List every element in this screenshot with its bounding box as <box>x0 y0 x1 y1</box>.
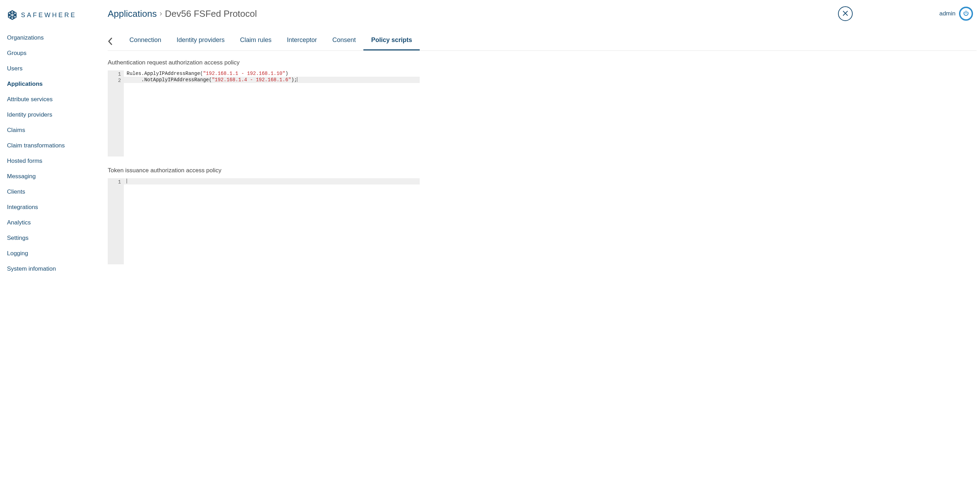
breadcrumb: Applications › Dev56 FSFed Protocol <box>108 8 257 19</box>
section-title-auth: Authentication request authorization acc… <box>108 59 977 66</box>
sidebar-item-settings[interactable]: Settings <box>0 230 102 246</box>
chevron-right-icon: › <box>159 9 162 18</box>
sidebar-item-integrations[interactable]: Integrations <box>0 200 102 215</box>
code-body[interactable]: Rules.ApplyIPAddressRange("192.168.1.1 -… <box>124 70 420 157</box>
tab-consent[interactable]: Consent <box>325 34 363 50</box>
sidebar-item-system-infomation[interactable]: System infomation <box>0 261 102 276</box>
sidebar-item-analytics[interactable]: Analytics <box>0 215 102 230</box>
code-line[interactable] <box>124 178 420 185</box>
sidebar-item-claim-transformations[interactable]: Claim transformations <box>0 138 102 153</box>
tab-claim-rules[interactable]: Claim rules <box>232 34 279 50</box>
sidebar-item-claims[interactable]: Claims <box>0 123 102 138</box>
gutter-line: 1 <box>108 71 121 77</box>
tab-identity-providers[interactable]: Identity providers <box>169 34 232 50</box>
sidebar-item-applications[interactable]: Applications <box>0 76 102 92</box>
close-icon <box>843 11 848 17</box>
gutter-line: 1 <box>108 179 121 185</box>
code-gutter: 1 <box>108 178 124 264</box>
gutter-line: 2 <box>108 77 121 84</box>
sidebar-item-messaging[interactable]: Messaging <box>0 169 102 184</box>
tab-bar: Connection Identity providers Claim rule… <box>108 34 977 51</box>
code-gutter: 1 2 <box>108 70 124 157</box>
sidebar-item-hosted-forms[interactable]: Hosted forms <box>0 153 102 169</box>
sidebar: SAFEWHERE Organizations Groups Users App… <box>0 0 102 500</box>
svg-line-9 <box>9 13 10 14</box>
tab-connection[interactable]: Connection <box>122 34 169 50</box>
code-string: "192.168.1.4 - 192.168.1.6" <box>212 77 291 83</box>
code-token: .NotApplyIPAddressRange( <box>127 77 212 83</box>
brand-logo[interactable]: SAFEWHERE <box>0 6 102 30</box>
close-button[interactable] <box>838 6 853 21</box>
code-editor-auth[interactable]: 1 2 Rules.ApplyIPAddressRange("192.168.1… <box>108 70 420 157</box>
text-caret <box>127 179 127 184</box>
tab-policy-scripts[interactable]: Policy scripts <box>363 34 420 50</box>
sidebar-item-logging[interactable]: Logging <box>0 246 102 261</box>
sidebar-item-identity-providers[interactable]: Identity providers <box>0 107 102 123</box>
power-icon <box>963 10 969 18</box>
main-content: Applications › Dev56 FSFed Protocol admi… <box>102 0 980 500</box>
code-line[interactable]: Rules.ApplyIPAddressRange("192.168.1.1 -… <box>124 70 420 77</box>
back-button[interactable] <box>108 37 122 48</box>
tab-interceptor[interactable]: Interceptor <box>279 34 325 50</box>
sidebar-item-organizations[interactable]: Organizations <box>0 30 102 46</box>
breadcrumb-current: Dev56 FSFed Protocol <box>165 8 257 19</box>
sidebar-item-clients[interactable]: Clients <box>0 184 102 200</box>
section-auth-request-policy: Authentication request authorization acc… <box>108 59 977 157</box>
code-editor-token[interactable]: 1 <box>108 178 420 264</box>
nav-list: Organizations Groups Users Applications … <box>0 30 102 276</box>
code-token: ) <box>285 71 288 76</box>
brand-name: SAFEWHERE <box>21 11 76 19</box>
code-token: ); <box>291 77 297 83</box>
code-line[interactable]: .NotApplyIPAddressRange("192.168.1.4 - 1… <box>124 77 420 83</box>
svg-line-13 <box>9 17 10 18</box>
sidebar-item-groups[interactable]: Groups <box>0 46 102 61</box>
breadcrumb-root[interactable]: Applications <box>108 8 157 19</box>
sidebar-item-users[interactable]: Users <box>0 61 102 76</box>
code-string: "192.168.1.1 - 192.168.1.10" <box>203 71 285 76</box>
chevron-left-icon <box>108 37 113 47</box>
snowflake-icon <box>7 10 18 20</box>
section-token-issuance-policy: Token issuance authorization access poli… <box>108 167 977 264</box>
sidebar-item-attribute-services[interactable]: Attribute services <box>0 92 102 107</box>
code-token: Rules.ApplyIPAddressRange( <box>127 71 203 76</box>
section-title-token: Token issuance authorization access poli… <box>108 167 977 174</box>
user-area: admin <box>939 6 973 21</box>
logout-button[interactable] <box>959 6 973 21</box>
user-name[interactable]: admin <box>939 10 956 17</box>
svg-line-15 <box>15 13 16 13</box>
code-body[interactable] <box>124 178 420 264</box>
